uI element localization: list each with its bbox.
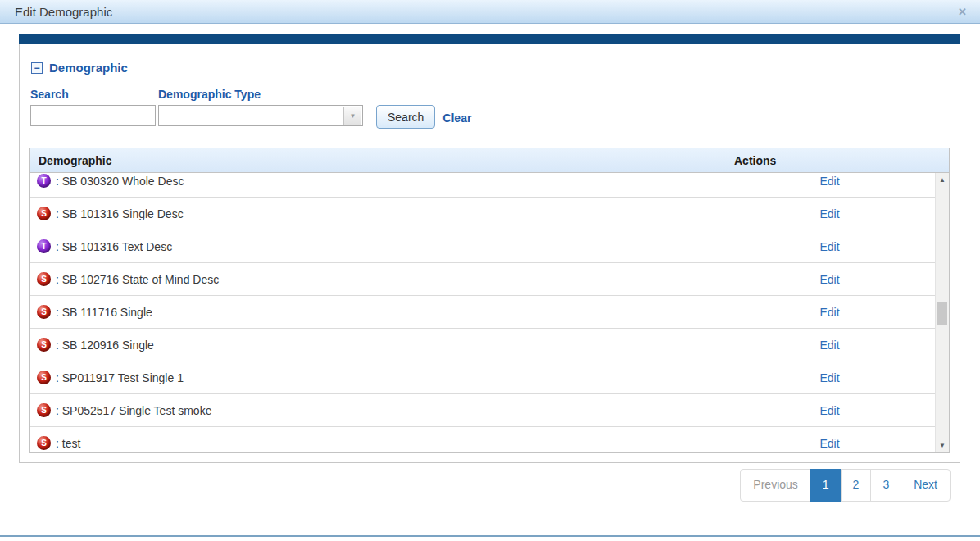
edit-link[interactable]: Edit [819, 273, 839, 286]
actions-cell: Edit [724, 263, 949, 295]
table-header: Demographic Actions [30, 148, 949, 173]
table-body-viewport: T: SB 030320 Whole DescEditS: SB 101316 … [30, 173, 949, 452]
single-type-icon: S [37, 338, 51, 352]
demographic-panel: − Demographic Search Demographic Type ▼ … [19, 34, 960, 463]
close-icon[interactable]: ✕ [958, 6, 967, 18]
previous-page-button[interactable]: Previous [740, 469, 810, 502]
single-type-icon: S [37, 305, 51, 319]
dialog-bottom-border [0, 535, 980, 537]
scroll-up-icon[interactable]: ▲ [936, 173, 949, 187]
demographic-cell: T: SB 101316 Text Desc [30, 230, 724, 262]
actions-cell: Edit [724, 296, 949, 328]
table-rows: T: SB 030320 Whole DescEditS: SB 101316 … [30, 173, 949, 452]
actions-cell: Edit [724, 230, 949, 262]
page-button-3[interactable]: 3 [870, 469, 901, 502]
demographic-cell: S: SB 101316 Single Desc [30, 198, 724, 230]
edit-link[interactable]: Edit [819, 306, 839, 319]
page-button-1[interactable]: 1 [810, 469, 842, 502]
panel-body: − Demographic Search Demographic Type ▼ … [19, 44, 960, 463]
demographic-label: : SB 111716 Single [56, 306, 152, 319]
single-type-icon: S [37, 371, 51, 384]
demographic-label: : SP011917 Test Single 1 [56, 371, 184, 384]
actions-cell: Edit [724, 198, 949, 230]
scroll-thumb[interactable] [937, 302, 947, 325]
type-field-group: Demographic Type ▼ [158, 88, 363, 126]
table-row: S: SP011917 Test Single 1Edit [30, 361, 949, 394]
demographic-label: : SB 102716 State of Mind Desc [56, 273, 219, 286]
table-row: S: SB 102716 State of Mind DescEdit [30, 263, 949, 296]
table-row: S: SP052517 Single Test smokeEdit [30, 394, 949, 427]
text-type-icon: T [37, 239, 51, 253]
demographic-type-label: Demographic Type [158, 88, 363, 101]
dialog-titlebar: Edit Demographic ✕ [0, 0, 980, 24]
search-input[interactable] [30, 105, 156, 126]
edit-link[interactable]: Edit [819, 240, 839, 253]
column-header-actions: Actions [724, 148, 949, 172]
edit-link[interactable]: Edit [819, 404, 839, 417]
demographic-label: : SB 101316 Single Desc [56, 207, 184, 220]
demographic-cell: S: SB 102716 State of Mind Desc [30, 263, 724, 295]
demographic-label: : SB 101316 Text Desc [56, 240, 172, 253]
single-type-icon: S [37, 403, 51, 417]
table-row: T: SB 030320 Whole DescEdit [30, 173, 949, 198]
search-label: Search [30, 88, 156, 101]
page-number-buttons: 123 [811, 469, 901, 502]
dialog-title: Edit Demographic [15, 5, 112, 19]
table-row: S: SB 120916 SingleEdit [30, 329, 949, 361]
demographic-cell: S: test [30, 427, 724, 452]
edit-link[interactable]: Edit [819, 339, 839, 352]
demographic-table: Demographic Actions T: SB 030320 Whole D… [29, 148, 950, 453]
actions-cell: Edit [724, 329, 949, 361]
next-page-button[interactable]: Next [901, 469, 951, 502]
demographic-cell: S: SB 120916 Single [30, 329, 724, 361]
edit-demographic-dialog: Edit Demographic ✕ − Demographic Search … [0, 0, 980, 502]
edit-link[interactable]: Edit [819, 207, 839, 220]
actions-cell: Edit [724, 173, 949, 197]
demographic-cell: T: SB 030320 Whole Desc [30, 173, 724, 197]
edit-link[interactable]: Edit [819, 371, 839, 384]
search-field-group: Search [30, 88, 156, 126]
actions-cell: Edit [724, 394, 949, 426]
table-row: T: SB 101316 Text DescEdit [30, 230, 949, 263]
search-button[interactable]: Search [376, 105, 435, 129]
demographic-label: : test [56, 437, 80, 450]
demographic-cell: S: SB 111716 Single [30, 296, 724, 328]
table-row: S: testEdit [30, 427, 949, 452]
demographic-label: : SB 120916 Single [56, 339, 154, 352]
actions-cell: Edit [724, 361, 949, 393]
filter-bar: Search Demographic Type ▼ Search Clear [30, 88, 950, 126]
collapse-icon[interactable]: − [31, 62, 43, 74]
table-row: S: SB 111716 SingleEdit [30, 296, 949, 329]
actions-cell: Edit [724, 427, 949, 452]
single-type-icon: S [37, 436, 51, 450]
text-type-icon: T [37, 174, 51, 188]
pagination: Previous 123 Next [740, 469, 951, 502]
section-header: − Demographic [31, 61, 950, 75]
single-type-icon: S [37, 207, 51, 220]
edit-link[interactable]: Edit [819, 437, 839, 450]
chevron-down-icon[interactable]: ▼ [343, 107, 361, 125]
demographic-label: : SP052517 Single Test smoke [56, 404, 211, 417]
pagination-container: Previous 123 Next [19, 469, 960, 502]
panel-header-bar [19, 34, 960, 44]
demographic-cell: S: SP052517 Single Test smoke [30, 394, 724, 426]
clear-link[interactable]: Clear [442, 111, 471, 125]
page-button-2[interactable]: 2 [841, 469, 872, 502]
column-header-demographic: Demographic [30, 148, 724, 172]
scrollbar[interactable]: ▲ ▼ [935, 173, 949, 452]
edit-link[interactable]: Edit [819, 175, 839, 188]
table-row: S: SB 101316 Single DescEdit [30, 198, 949, 230]
demographic-cell: S: SP011917 Test Single 1 [30, 361, 724, 393]
demographic-label: : SB 030320 Whole Desc [56, 175, 184, 188]
section-label: Demographic [49, 61, 128, 75]
scroll-down-icon[interactable]: ▼ [936, 439, 949, 452]
demographic-type-select[interactable]: ▼ [158, 105, 363, 126]
single-type-icon: S [37, 272, 51, 286]
